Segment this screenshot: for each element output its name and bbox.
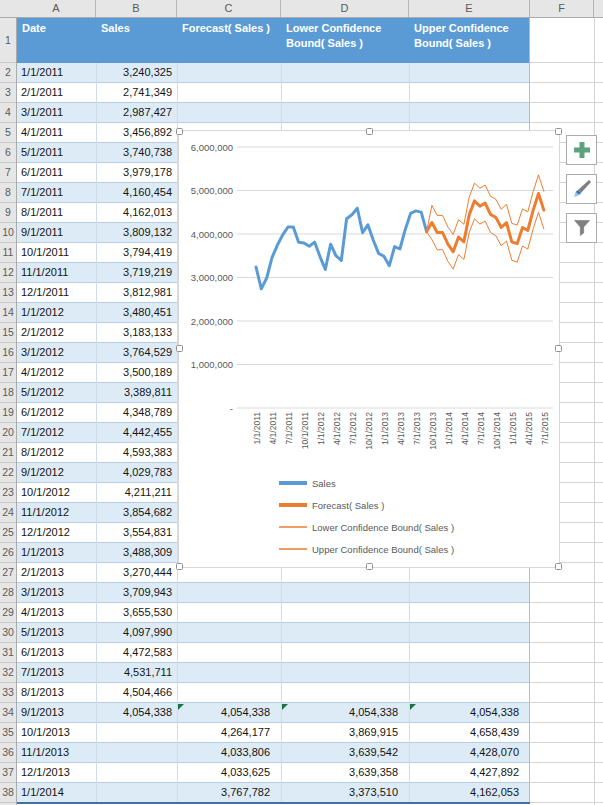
- column-header-e[interactable]: E: [409, 0, 530, 17]
- cell-forecast-2[interactable]: [177, 63, 281, 82]
- selection-handle[interactable]: [176, 345, 183, 352]
- cell-sales-7[interactable]: 3,979,178: [96, 163, 177, 182]
- cell-sales-28[interactable]: 3,709,943: [96, 583, 177, 602]
- row-header-17[interactable]: 17: [0, 363, 16, 383]
- cell-forecast-38[interactable]: 3,767,782: [177, 783, 281, 802]
- selection-handle[interactable]: [176, 563, 183, 570]
- column-header-c[interactable]: C: [177, 0, 281, 17]
- cell-sales-12[interactable]: 3,719,219: [96, 263, 177, 282]
- row-header-1[interactable]: 1: [0, 18, 16, 63]
- cell-sales-13[interactable]: 3,812,981: [96, 283, 177, 302]
- cell-sales-21[interactable]: 4,593,383: [96, 443, 177, 462]
- cell-upper-32[interactable]: [409, 663, 530, 682]
- cell-sales-6[interactable]: 3,740,738: [96, 143, 177, 162]
- cell-forecast-3[interactable]: [177, 83, 281, 102]
- row-header-23[interactable]: 23: [0, 483, 16, 503]
- cell-forecast-33[interactable]: [177, 683, 281, 702]
- cell-sales-23[interactable]: 4,211,211: [96, 483, 177, 502]
- row-header-4[interactable]: 4: [0, 103, 16, 123]
- cell-date-35[interactable]: 10/1/2013: [17, 723, 96, 742]
- cell-sales-17[interactable]: 3,500,189: [96, 363, 177, 382]
- cell-sales-26[interactable]: 3,488,309: [96, 543, 177, 562]
- row-header-33[interactable]: 33: [0, 683, 16, 703]
- cell-forecast-32[interactable]: [177, 663, 281, 682]
- cell-forecast-29[interactable]: [177, 603, 281, 622]
- row-header-26[interactable]: 26: [0, 543, 16, 563]
- cell-date-6[interactable]: 5/1/2011: [17, 143, 96, 162]
- cell-sales-36[interactable]: [96, 743, 177, 762]
- cell-sales-2[interactable]: 3,240,325: [96, 63, 177, 82]
- cell-sales-37[interactable]: [96, 763, 177, 782]
- cell-lower-29[interactable]: [281, 603, 409, 622]
- cell-date-21[interactable]: 8/1/2012: [17, 443, 96, 462]
- cell-sales-3[interactable]: 2,741,349: [96, 83, 177, 102]
- row-header-3[interactable]: 3: [0, 83, 16, 103]
- cell-upper-3[interactable]: [409, 83, 530, 102]
- cell-lower-32[interactable]: [281, 663, 409, 682]
- cell-sales-34[interactable]: 4,054,338: [96, 703, 177, 722]
- selection-handle[interactable]: [555, 128, 562, 135]
- row-header-13[interactable]: 13: [0, 283, 16, 303]
- cell-date-7[interactable]: 6/1/2011: [17, 163, 96, 182]
- chart-styles-button[interactable]: [566, 174, 597, 204]
- cell-sales-10[interactable]: 3,809,132: [96, 223, 177, 242]
- row-header-10[interactable]: 10: [0, 223, 16, 243]
- selection-handle[interactable]: [176, 128, 183, 135]
- cell-sales-22[interactable]: 4,029,783: [96, 463, 177, 482]
- cell-date-36[interactable]: 11/1/2013: [17, 743, 96, 762]
- chart-filters-button[interactable]: [566, 213, 597, 243]
- cell-upper-33[interactable]: [409, 683, 530, 702]
- selection-handle[interactable]: [555, 563, 562, 570]
- cell-upper-4[interactable]: [409, 103, 530, 122]
- cell-lower-37[interactable]: 3,639,358: [281, 763, 409, 782]
- cell-upper-2[interactable]: [409, 63, 530, 82]
- cell-forecast-30[interactable]: [177, 623, 281, 642]
- legend-item-2[interactable]: Lower Confidence Bound( Sales ): [279, 522, 454, 533]
- column-header-d[interactable]: D: [281, 0, 409, 17]
- row-header-25[interactable]: 25: [0, 523, 16, 543]
- cell-forecast-31[interactable]: [177, 643, 281, 662]
- cell-upper-29[interactable]: [409, 603, 530, 622]
- cell-date-25[interactable]: 12/1/2012: [17, 523, 96, 542]
- column-header-b[interactable]: B: [96, 0, 177, 17]
- cell-forecast-37[interactable]: 4,033,625: [177, 763, 281, 782]
- cell-date-29[interactable]: 4/1/2013: [17, 603, 96, 622]
- cell-upper-34[interactable]: 4,054,338: [409, 703, 530, 722]
- cell-sales-20[interactable]: 4,442,455: [96, 423, 177, 442]
- cell-lower-31[interactable]: [281, 643, 409, 662]
- cell-date-8[interactable]: 7/1/2011: [17, 183, 96, 202]
- cell-forecast-28[interactable]: [177, 583, 281, 602]
- cell-sales-14[interactable]: 3,480,451: [96, 303, 177, 322]
- cell-sales-4[interactable]: 2,987,427: [96, 103, 177, 122]
- column-header-f[interactable]: F: [530, 0, 594, 17]
- cell-date-37[interactable]: 12/1/2013: [17, 763, 96, 782]
- cell-upper-30[interactable]: [409, 623, 530, 642]
- cell-upper-35[interactable]: 4,658,439: [409, 723, 530, 742]
- cell-date-19[interactable]: 6/1/2012: [17, 403, 96, 422]
- cell-date-23[interactable]: 10/1/2012: [17, 483, 96, 502]
- row-header-9[interactable]: 9: [0, 203, 16, 223]
- cell-date-14[interactable]: 1/1/2012: [17, 303, 96, 322]
- cell-date-33[interactable]: 8/1/2013: [17, 683, 96, 702]
- cell-forecast-4[interactable]: [177, 103, 281, 122]
- row-header-7[interactable]: 7: [0, 163, 16, 183]
- cell-date-13[interactable]: 12/1/2011: [17, 283, 96, 302]
- cell-upper-38[interactable]: 4,162,053: [409, 783, 530, 802]
- cell-upper-36[interactable]: 4,428,070: [409, 743, 530, 762]
- legend-item-0[interactable]: Sales: [279, 478, 336, 489]
- row-header-18[interactable]: 18: [0, 383, 16, 403]
- row-header-11[interactable]: 11: [0, 243, 16, 263]
- cell-upper-37[interactable]: 4,427,892: [409, 763, 530, 782]
- selection-handle[interactable]: [366, 563, 373, 570]
- cell-sales-38[interactable]: [96, 783, 177, 802]
- cell-sales-32[interactable]: 4,531,711: [96, 663, 177, 682]
- cell-lower-33[interactable]: [281, 683, 409, 702]
- cell-date-2[interactable]: 1/1/2011: [17, 63, 96, 82]
- cell-sales-31[interactable]: 4,472,583: [96, 643, 177, 662]
- row-header-14[interactable]: 14: [0, 303, 16, 323]
- row-header-35[interactable]: 35: [0, 723, 16, 743]
- row-header-28[interactable]: 28: [0, 583, 16, 603]
- cell-date-10[interactable]: 9/1/2011: [17, 223, 96, 242]
- cell-upper-28[interactable]: [409, 583, 530, 602]
- cell-date-24[interactable]: 11/1/2012: [17, 503, 96, 522]
